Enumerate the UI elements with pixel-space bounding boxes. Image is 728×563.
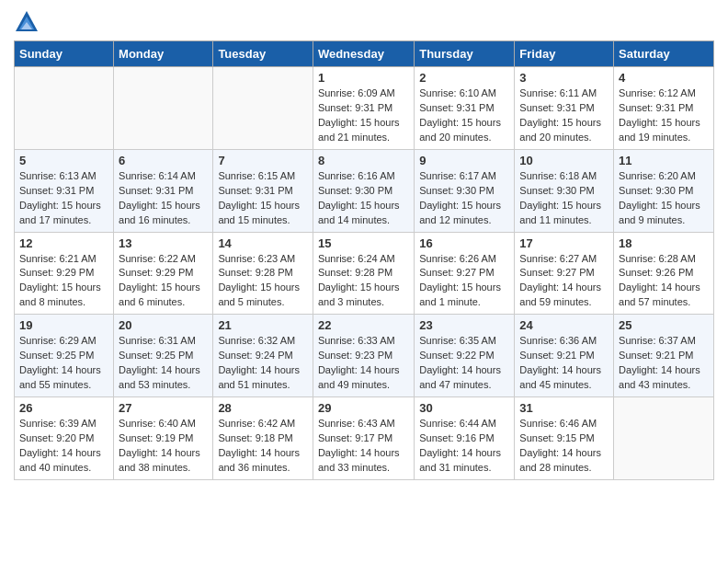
calendar-cell: 13Sunrise: 6:22 AMSunset: 9:29 PMDayligh… <box>114 232 213 315</box>
calendar-cell: 30Sunrise: 6:44 AMSunset: 9:16 PMDayligh… <box>415 397 515 480</box>
header <box>14 9 714 35</box>
day-info: Sunrise: 6:20 AMSunset: 9:30 PMDaylight:… <box>619 169 709 228</box>
day-info: Sunrise: 6:22 AMSunset: 9:29 PMDaylight:… <box>119 252 208 311</box>
logo <box>14 9 43 35</box>
calendar-cell: 31Sunrise: 6:46 AMSunset: 9:15 PMDayligh… <box>515 397 614 480</box>
day-info: Sunrise: 6:31 AMSunset: 9:25 PMDaylight:… <box>119 334 208 393</box>
day-number: 9 <box>419 154 509 167</box>
day-number: 19 <box>19 318 108 332</box>
calendar-cell <box>114 67 213 150</box>
day-info: Sunrise: 6:27 AMSunset: 9:27 PMDaylight:… <box>519 252 609 311</box>
calendar-cell: 17Sunrise: 6:27 AMSunset: 9:27 PMDayligh… <box>515 232 614 315</box>
day-info: Sunrise: 6:42 AMSunset: 9:18 PMDaylight:… <box>218 417 308 476</box>
day-info: Sunrise: 6:33 AMSunset: 9:23 PMDaylight:… <box>318 334 409 393</box>
day-info: Sunrise: 6:43 AMSunset: 9:17 PMDaylight:… <box>318 417 409 476</box>
day-number: 22 <box>318 318 409 332</box>
day-header-wednesday: Wednesday <box>313 41 414 67</box>
calendar-cell: 7Sunrise: 6:15 AMSunset: 9:31 PMDaylight… <box>213 149 313 232</box>
calendar-cell: 27Sunrise: 6:40 AMSunset: 9:19 PMDayligh… <box>114 397 213 480</box>
calendar-cell: 6Sunrise: 6:14 AMSunset: 9:31 PMDaylight… <box>114 149 213 232</box>
day-number: 5 <box>19 154 108 167</box>
day-number: 27 <box>119 401 208 415</box>
calendar-cell: 15Sunrise: 6:24 AMSunset: 9:28 PMDayligh… <box>313 232 414 315</box>
calendar-cell: 26Sunrise: 6:39 AMSunset: 9:20 PMDayligh… <box>15 397 114 480</box>
calendar-cell: 24Sunrise: 6:36 AMSunset: 9:21 PMDayligh… <box>515 315 614 397</box>
day-info: Sunrise: 6:12 AMSunset: 9:31 PMDaylight:… <box>619 86 709 145</box>
calendar-cell <box>15 67 114 150</box>
day-info: Sunrise: 6:46 AMSunset: 9:15 PMDaylight:… <box>519 417 609 476</box>
day-info: Sunrise: 6:16 AMSunset: 9:30 PMDaylight:… <box>318 169 409 228</box>
day-number: 4 <box>619 71 709 85</box>
day-info: Sunrise: 6:44 AMSunset: 9:16 PMDaylight:… <box>419 417 509 476</box>
day-info: Sunrise: 6:11 AMSunset: 9:31 PMDaylight:… <box>519 86 609 145</box>
day-info: Sunrise: 6:36 AMSunset: 9:21 PMDaylight:… <box>519 334 609 393</box>
calendar-cell: 9Sunrise: 6:17 AMSunset: 9:30 PMDaylight… <box>415 149 515 232</box>
calendar-cell: 18Sunrise: 6:28 AMSunset: 9:26 PMDayligh… <box>614 232 714 315</box>
week-row-5: 26Sunrise: 6:39 AMSunset: 9:20 PMDayligh… <box>15 397 714 480</box>
header-row: SundayMondayTuesdayWednesdayThursdayFrid… <box>15 41 714 67</box>
day-info: Sunrise: 6:13 AMSunset: 9:31 PMDaylight:… <box>19 169 108 228</box>
day-number: 12 <box>19 236 108 250</box>
day-header-thursday: Thursday <box>415 41 515 67</box>
day-header-tuesday: Tuesday <box>213 41 313 67</box>
day-number: 18 <box>619 236 709 250</box>
day-number: 17 <box>519 236 609 250</box>
calendar-cell: 4Sunrise: 6:12 AMSunset: 9:31 PMDaylight… <box>614 67 714 150</box>
day-number: 24 <box>519 318 609 332</box>
calendar-cell: 21Sunrise: 6:32 AMSunset: 9:24 PMDayligh… <box>213 315 313 397</box>
day-number: 21 <box>218 318 308 332</box>
day-number: 29 <box>318 401 409 415</box>
day-header-sunday: Sunday <box>15 41 114 67</box>
day-info: Sunrise: 6:32 AMSunset: 9:24 PMDaylight:… <box>218 334 308 393</box>
day-number: 16 <box>419 236 509 250</box>
calendar-cell: 16Sunrise: 6:26 AMSunset: 9:27 PMDayligh… <box>415 232 515 315</box>
calendar-cell: 28Sunrise: 6:42 AMSunset: 9:18 PMDayligh… <box>213 397 313 480</box>
day-header-friday: Friday <box>515 41 614 67</box>
calendar-cell <box>614 397 714 480</box>
calendar-cell: 20Sunrise: 6:31 AMSunset: 9:25 PMDayligh… <box>114 315 213 397</box>
calendar-cell <box>213 67 313 150</box>
page: SundayMondayTuesdayWednesdayThursdayFrid… <box>0 0 728 494</box>
calendar-cell: 2Sunrise: 6:10 AMSunset: 9:31 PMDaylight… <box>415 67 515 150</box>
day-info: Sunrise: 6:37 AMSunset: 9:21 PMDaylight:… <box>619 334 709 393</box>
day-header-monday: Monday <box>114 41 213 67</box>
day-number: 6 <box>119 154 208 167</box>
day-info: Sunrise: 6:18 AMSunset: 9:30 PMDaylight:… <box>519 169 609 228</box>
day-header-saturday: Saturday <box>614 41 714 67</box>
day-number: 15 <box>318 236 409 250</box>
day-info: Sunrise: 6:24 AMSunset: 9:28 PMDaylight:… <box>318 252 409 311</box>
calendar-table: SundayMondayTuesdayWednesdayThursdayFrid… <box>14 40 714 480</box>
day-info: Sunrise: 6:26 AMSunset: 9:27 PMDaylight:… <box>419 252 509 311</box>
calendar-cell: 22Sunrise: 6:33 AMSunset: 9:23 PMDayligh… <box>313 315 414 397</box>
day-info: Sunrise: 6:39 AMSunset: 9:20 PMDaylight:… <box>19 417 108 476</box>
day-number: 20 <box>119 318 208 332</box>
calendar-body: 1Sunrise: 6:09 AMSunset: 9:31 PMDaylight… <box>15 67 714 480</box>
week-row-1: 1Sunrise: 6:09 AMSunset: 9:31 PMDaylight… <box>15 67 714 150</box>
day-info: Sunrise: 6:40 AMSunset: 9:19 PMDaylight:… <box>119 417 208 476</box>
day-number: 26 <box>19 401 108 415</box>
calendar-cell: 25Sunrise: 6:37 AMSunset: 9:21 PMDayligh… <box>614 315 714 397</box>
day-number: 31 <box>519 401 609 415</box>
day-number: 30 <box>419 401 509 415</box>
week-row-4: 19Sunrise: 6:29 AMSunset: 9:25 PMDayligh… <box>15 315 714 397</box>
week-row-2: 5Sunrise: 6:13 AMSunset: 9:31 PMDaylight… <box>15 149 714 232</box>
day-number: 11 <box>619 154 709 167</box>
calendar-cell: 23Sunrise: 6:35 AMSunset: 9:22 PMDayligh… <box>415 315 515 397</box>
day-number: 25 <box>619 318 709 332</box>
day-info: Sunrise: 6:17 AMSunset: 9:30 PMDaylight:… <box>419 169 509 228</box>
day-number: 23 <box>419 318 509 332</box>
day-info: Sunrise: 6:21 AMSunset: 9:29 PMDaylight:… <box>19 252 108 311</box>
day-number: 7 <box>218 154 308 167</box>
day-number: 13 <box>119 236 208 250</box>
calendar-cell: 14Sunrise: 6:23 AMSunset: 9:28 PMDayligh… <box>213 232 313 315</box>
calendar-cell: 5Sunrise: 6:13 AMSunset: 9:31 PMDaylight… <box>15 149 114 232</box>
day-info: Sunrise: 6:15 AMSunset: 9:31 PMDaylight:… <box>218 169 308 228</box>
calendar-header: SundayMondayTuesdayWednesdayThursdayFrid… <box>15 41 714 67</box>
day-number: 10 <box>519 154 609 167</box>
day-number: 14 <box>218 236 308 250</box>
day-number: 3 <box>519 71 609 85</box>
day-info: Sunrise: 6:23 AMSunset: 9:28 PMDaylight:… <box>218 252 308 311</box>
calendar-cell: 10Sunrise: 6:18 AMSunset: 9:30 PMDayligh… <box>515 149 614 232</box>
day-info: Sunrise: 6:35 AMSunset: 9:22 PMDaylight:… <box>419 334 509 393</box>
day-info: Sunrise: 6:29 AMSunset: 9:25 PMDaylight:… <box>19 334 108 393</box>
